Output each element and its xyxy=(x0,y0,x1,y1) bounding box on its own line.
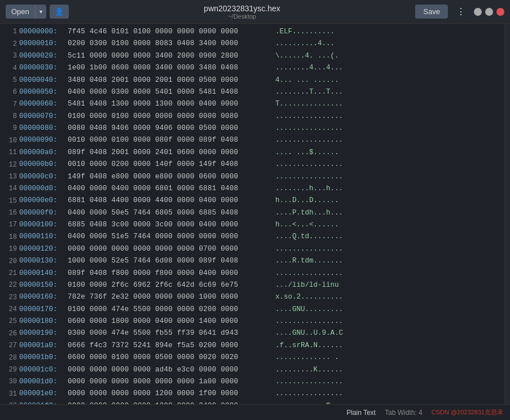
row-hex-values[interactable]: 0400 0000 0300 0000 5401 0000 5481 0408 xyxy=(68,87,271,98)
row-hex-values[interactable]: 0400 0000 50e5 7464 6805 0000 6885 0408 xyxy=(68,208,271,218)
row-hex-values[interactable]: 0400 0000 0400 0000 6801 0000 6881 0408 xyxy=(68,183,271,194)
row-number: 27 xyxy=(5,340,17,351)
row-hex-values[interactable]: 0010 0000 0100 0000 080f 0000 089f 0408 xyxy=(68,135,271,146)
menu-dots-button[interactable]: ⋮ xyxy=(452,3,469,20)
row-hex-values[interactable]: 0100 0000 474e 5500 0000 0000 0200 0000 xyxy=(68,304,271,315)
row-hex-values[interactable]: 782e 736f 2e32 0000 0000 0000 1000 0000 xyxy=(68,292,271,303)
row-number: 16 xyxy=(5,208,17,218)
table-row: 8 00000070: 0100 0000 0100 0000 0000 000… xyxy=(0,111,504,123)
table-row: 26 00000190: 0300 0000 474e 5500 fb55 ff… xyxy=(0,327,504,339)
plain-text-status[interactable]: Plain Text xyxy=(346,409,376,417)
row-number: 18 xyxy=(5,232,17,243)
row-hex-values[interactable]: 0300 0000 474e 5500 fb55 ff39 0641 d943 xyxy=(68,328,271,339)
watermark-label: CSDN @20232831克思承 xyxy=(432,408,503,417)
user-icon-button[interactable]: 👤 xyxy=(50,5,69,19)
row-ascii-values: ................ xyxy=(275,268,343,279)
table-row: 28 000001b0: 0600 0000 0100 0000 0500 00… xyxy=(0,352,504,364)
row-ascii-values: x.so.2.......... xyxy=(275,292,343,303)
row-hex-values[interactable]: 0000 0000 0000 0000 1200 0000 1f00 0000 xyxy=(68,388,271,399)
table-row: 4 00000030: 1e00 1b00 0600 0000 3400 000… xyxy=(0,62,504,74)
row-hex-values[interactable]: 6881 0408 4400 0000 4400 0000 0400 0000 xyxy=(68,195,271,206)
open-dropdown-button[interactable]: ▾ xyxy=(36,5,46,19)
minimize-button[interactable] xyxy=(474,8,482,16)
save-button[interactable]: Save xyxy=(415,5,448,19)
scrollbar-track[interactable] xyxy=(504,24,510,404)
row-hex-values[interactable]: 089f 0408 f800 0000 f800 0000 0400 0000 xyxy=(68,268,271,279)
row-hex-values[interactable]: 0600 0000 0100 0000 0500 0000 0020 0020 xyxy=(68,352,271,363)
table-row: 5 00000040: 3480 0408 2001 0000 2001 000… xyxy=(0,75,504,86)
row-hex-values[interactable]: 0000 0000 0000 0000 0000 0000 0700 0000 xyxy=(68,244,271,255)
row-ascii-values: h...<...<...... xyxy=(275,220,339,230)
table-row: 15 000000e0: 6881 0408 4400 0000 4400 00… xyxy=(0,195,504,207)
row-ascii-values: ................ xyxy=(275,377,343,387)
open-button[interactable]: Open xyxy=(6,5,36,19)
row-ascii-values: ................ xyxy=(275,159,343,170)
row-address: 00000070: xyxy=(19,111,65,122)
row-address: 000000b0: xyxy=(19,159,65,170)
row-hex-values[interactable]: 5481 0408 1300 0000 1300 0000 0400 0000 xyxy=(68,99,271,110)
row-hex-values[interactable]: 0080 0408 9406 0000 9406 0000 0500 0000 xyxy=(68,123,271,134)
table-row: 21 00000140: 089f 0408 f800 0000 f800 00… xyxy=(0,268,504,279)
row-hex-values[interactable]: 1e00 1b00 0600 0000 3400 0000 3480 0408 xyxy=(68,63,271,73)
row-hex-values[interactable]: 3480 0408 2001 0000 2001 0000 0500 0000 xyxy=(68,75,271,86)
row-hex-values[interactable]: 149f 0408 e800 0000 e800 0000 0600 0000 xyxy=(68,172,271,182)
row-hex-values[interactable]: 0200 0300 0100 0000 8083 0408 3400 0000 xyxy=(68,38,271,49)
row-ascii-values: ....GNU......... xyxy=(275,304,343,315)
row-hex-values[interactable]: 089f 0408 2001 0000 2401 0600 0000 0000 xyxy=(68,147,271,158)
row-ascii-values: ............. . xyxy=(275,352,339,363)
row-number: 2 xyxy=(5,39,17,50)
row-hex-values[interactable]: 0000 0000 0000 0000 ad4b e3c0 0000 0000 xyxy=(68,365,271,375)
row-hex-values[interactable]: 0100 0000 0100 0000 0000 0000 0000 0080 xyxy=(68,111,271,122)
table-row: 6 00000050: 0400 0000 0300 0000 5401 000… xyxy=(0,86,504,98)
row-hex-values[interactable]: 7f45 4c46 0101 0100 0000 0000 0000 0000 xyxy=(68,27,271,37)
row-address: 000000c0: xyxy=(19,172,65,182)
row-number: 20 xyxy=(5,256,17,267)
row-ascii-values: ........4...4... xyxy=(275,63,343,73)
row-address: 00000110: xyxy=(19,231,65,242)
row-ascii-values: \......4. ...(. xyxy=(275,51,339,62)
window-controls xyxy=(474,8,504,16)
row-number: 11 xyxy=(5,147,17,158)
table-row: 30 000001d0: 0000 0000 0000 0000 0000 00… xyxy=(0,376,504,388)
row-hex-values[interactable]: 6885 0408 3c00 0000 3c00 0000 0400 0000 xyxy=(68,220,271,230)
row-address: 00000150: xyxy=(19,280,65,291)
table-row: 11 000000a0: 089f 0408 2001 0000 2401 06… xyxy=(0,147,504,159)
table-row: 10 00000090: 0010 0000 0100 0000 080f 00… xyxy=(0,134,504,146)
row-address: 000000a0: xyxy=(19,147,65,158)
row-number: 8 xyxy=(5,111,17,122)
table-row: 1 00000000: 7f45 4c46 0101 0100 0000 000… xyxy=(0,26,504,38)
row-number: 12 xyxy=(5,160,17,170)
filename-label: pwn20232831ysc.hex xyxy=(69,4,416,13)
row-hex-values[interactable]: 0400 0000 51e5 7464 0000 0000 0000 0000 xyxy=(68,231,271,242)
hex-editor[interactable]: 1 00000000: 7f45 4c46 0101 0100 0000 000… xyxy=(0,24,504,404)
row-number: 31 xyxy=(5,389,17,400)
row-hex-values[interactable]: 1000 0000 52e5 7464 6d08 0000 089f 0408 xyxy=(68,256,271,266)
row-hex-values[interactable]: 5c11 0000 0000 0000 3400 2000 0900 2800 xyxy=(68,51,271,62)
table-row: 31 000001e0: 0000 0000 0000 0000 1200 00… xyxy=(0,388,504,400)
row-hex-values[interactable]: 0000 0000 0000 0000 0000 0000 1a00 0000 xyxy=(68,377,271,387)
row-address: 00000030: xyxy=(19,63,65,73)
row-address: 00000000: xyxy=(19,27,65,37)
row-ascii-values: .ELF.......... xyxy=(275,27,335,37)
row-number: 21 xyxy=(5,268,17,279)
row-number: 5 xyxy=(5,75,17,86)
row-hex-values[interactable]: 0666 f4c3 7372 5241 894e f5a5 0200 0000 xyxy=(68,340,271,351)
row-ascii-values: T............... xyxy=(275,99,343,110)
row-ascii-values: ................ xyxy=(275,111,343,122)
close-button[interactable] xyxy=(496,8,504,16)
tab-width-status[interactable]: Tab Width: 4 xyxy=(385,409,423,417)
table-row: 14 000000d0: 0400 0000 0400 0000 6801 00… xyxy=(0,183,504,195)
maximize-button[interactable] xyxy=(485,8,493,16)
row-address: 000001a0: xyxy=(19,340,65,351)
row-ascii-values: ....GNU..U.9.A.C xyxy=(275,328,343,339)
row-address: 00000190: xyxy=(19,328,65,339)
table-row: 7 00000060: 5481 0408 1300 0000 1300 000… xyxy=(0,98,504,110)
row-hex-values[interactable]: 0600 0000 1800 0000 0400 0000 1400 0000 xyxy=(68,316,271,327)
row-hex-values[interactable]: 0100 0000 2f6c 6962 2f6c 642d 6c69 6e75 xyxy=(68,280,271,291)
row-hex-values[interactable]: 0010 0000 0200 0000 140f 0000 149f 0408 xyxy=(68,159,271,170)
row-ascii-values: ..........4... xyxy=(275,38,335,49)
row-address: 000001c0: xyxy=(19,365,65,375)
row-ascii-values: .f..srRA.N...... xyxy=(275,340,343,351)
title-bar-right: Save ⋮ xyxy=(415,3,504,20)
row-address: 00000160: xyxy=(19,292,65,303)
